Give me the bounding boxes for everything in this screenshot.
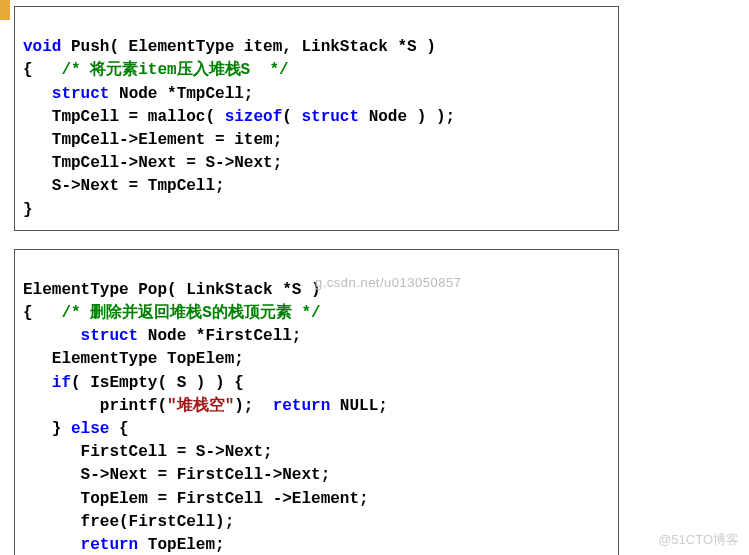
code-text: TopElem = FirstCell ->Element; — [23, 490, 369, 508]
code-text: Push( ElementType item, LinkStack *S ) — [61, 38, 435, 56]
code-text: TmpCell->Element = item; — [23, 131, 282, 149]
keyword-void: void — [23, 38, 61, 56]
comment: /* 删除并返回堆栈S的栈顶元素 */ — [61, 304, 320, 322]
code-text — [23, 536, 81, 554]
code-block-pop: ElementType Pop( LinkStack *S ) { /* 删除并… — [14, 249, 619, 555]
code-text: TmpCell = malloc( — [23, 108, 225, 126]
code-text — [23, 85, 52, 103]
keyword-return: return — [81, 536, 139, 554]
code-text: free(FirstCell); — [23, 513, 234, 531]
code-text: ElementType Pop( LinkStack *S ) — [23, 281, 321, 299]
code-text: ( IsEmpty( S ) ) { — [71, 374, 244, 392]
keyword-if: if — [52, 374, 71, 392]
code-text — [23, 327, 81, 345]
comment: /* 将元素item压入堆栈S */ — [61, 61, 288, 79]
string-literal: "堆栈空" — [167, 397, 234, 415]
code-text: TmpCell->Next = S->Next; — [23, 154, 282, 172]
left-margin-accent — [0, 0, 10, 20]
code-text: { — [23, 61, 61, 79]
code-text: } — [23, 420, 71, 438]
code-text: Node *TmpCell; — [109, 85, 253, 103]
code-text: Node ) ); — [359, 108, 455, 126]
code-text: ( — [282, 108, 301, 126]
keyword-else: else — [71, 420, 109, 438]
code-text: Node *FirstCell; — [138, 327, 301, 345]
keyword-return: return — [273, 397, 331, 415]
code-text: printf( — [23, 397, 167, 415]
code-text: NULL; — [330, 397, 388, 415]
code-text: ); — [234, 397, 272, 415]
keyword-sizeof: sizeof — [225, 108, 283, 126]
code-text: } — [23, 201, 33, 219]
code-text: S->Next = TmpCell; — [23, 177, 225, 195]
code-block-push: void Push( ElementType item, LinkStack *… — [14, 6, 619, 231]
keyword-struct: struct — [81, 327, 139, 345]
code-text: FirstCell = S->Next; — [23, 443, 273, 461]
code-text: ElementType TopElem; — [23, 350, 244, 368]
code-text: { — [109, 420, 128, 438]
code-text — [23, 374, 52, 392]
code-text: { — [23, 304, 61, 322]
code-text: TopElem; — [138, 536, 224, 554]
keyword-struct: struct — [52, 85, 110, 103]
keyword-struct: struct — [301, 108, 359, 126]
watermark-51cto: @51CTO博客 — [658, 531, 739, 549]
code-text: S->Next = FirstCell->Next; — [23, 466, 330, 484]
watermark-csdn: g.csdn.net/u013050857 — [315, 274, 461, 293]
